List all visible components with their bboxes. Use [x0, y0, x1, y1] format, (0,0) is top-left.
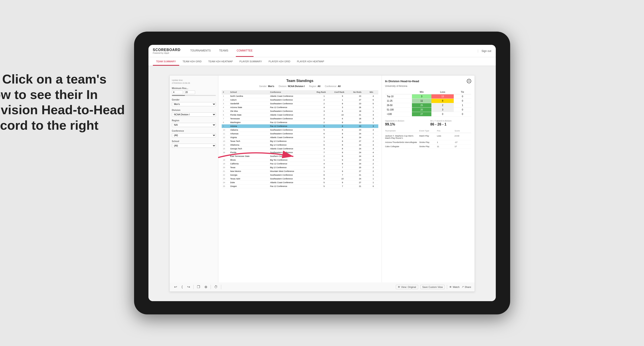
standings-row-10[interactable]: 11 Arkansas Southeastern Conference 6 8 … — [222, 132, 378, 136]
h2h-loss-top10: 13 — [432, 94, 454, 99]
cell-rank: 9 — [222, 124, 229, 128]
cell-rank: 10 — [222, 128, 229, 132]
save-custom-button[interactable]: Save Custom View — [420, 285, 445, 289]
stat-opponents: Opponents in division: 99.1% — [385, 120, 426, 126]
cell-win: 4 — [368, 151, 378, 155]
h2h-row-top10[interactable]: Top 10 3 13 0 — [385, 94, 471, 99]
cell-school: Ole Miss — [229, 109, 269, 113]
nav-tournaments[interactable]: TOURNAMENTS — [189, 45, 212, 57]
sub-nav-team-h2h-heatmap[interactable]: TEAM H2H HEATMAP — [205, 58, 236, 66]
cell-reg-rank: 5 — [315, 124, 333, 128]
cell-conference: Southeastern Conference — [269, 151, 315, 155]
wlt-label: W-L-T record in-division: — [430, 120, 471, 122]
standings-row-16[interactable]: 17 East Tennessee State Southern Confere… — [222, 155, 378, 158]
standings-row-7[interactable]: 8 Washington Pac-12 Conference 2 8 23 1 — [222, 121, 378, 124]
cell-school: Arizona — [229, 124, 269, 128]
cell-school: New Mexico — [229, 170, 269, 173]
h2h-col-loss: Loss — [432, 90, 454, 94]
standings-row-20[interactable]: 21 New Mexico Mountain West Conference 1… — [222, 170, 378, 173]
step-back-button[interactable]: ⟨ — [180, 284, 184, 289]
h2h-tie-1125: 0 — [454, 99, 471, 103]
cell-reg-rank: 6 — [315, 132, 333, 136]
copy-button[interactable]: ❐ — [196, 284, 201, 289]
standings-row-15[interactable]: 16 Florida Southeastern Conference 7 9 2… — [222, 151, 378, 155]
standings-row-6[interactable]: 7 Tennessee Southeastern Conference 4 6 … — [222, 117, 378, 121]
cell-reg-rank: 5 — [315, 184, 333, 188]
h2h-team-name: University of Arizona — [385, 85, 471, 87]
standings-row-4[interactable]: 5 Ole Miss Southeastern Conference 3 6 1… — [222, 109, 378, 113]
close-button[interactable]: ✕ — [467, 79, 471, 83]
standings-row-21[interactable]: 22 Georgia Southeastern Conference 8 7 2… — [222, 173, 378, 177]
watch-icon: 👁 — [449, 286, 452, 288]
col-no-rnds: No Rnds — [352, 90, 368, 94]
tournament-pos-0: Loss — [437, 135, 454, 139]
sub-nav-player-summary[interactable]: PLAYER SUMMARY — [236, 58, 265, 66]
cell-school: Texas A&M — [229, 177, 269, 181]
cell-no-rnds: 23 — [352, 121, 368, 124]
cell-no-rnds: 23 — [352, 102, 368, 106]
h2h-label-top10: Top 10 — [385, 94, 412, 99]
h2h-row-1125[interactable]: 11-25 11 8 0 — [385, 99, 471, 103]
standings-row-23[interactable]: 24 Duke Atlantic Coast Conference 5 9 27… — [222, 181, 378, 184]
sub-nav: TEAM SUMMARY TEAM H2H GRID TEAM H2H HEAT… — [148, 57, 496, 66]
cell-conf-rank: 6 — [333, 117, 352, 121]
tournament-row-0[interactable]: Jackson T. Stephens Cup Men's Match-Play… — [385, 134, 471, 140]
standings-row-9[interactable]: 10 Alabama Southeastern Conference 5 8 2… — [222, 128, 378, 132]
standings-row-8[interactable]: 9 Arizona Pac-12 Conference 5 8 23 3 — [222, 124, 378, 128]
sub-nav-player-h2h-grid[interactable]: PLAYER H2H GRID — [265, 58, 294, 66]
h2h-row-51100[interactable]: 51-100 20 3 0 — [385, 108, 471, 112]
min-rounds-input[interactable] — [172, 90, 183, 94]
share-button[interactable]: ↗ Share — [462, 285, 471, 288]
conference-select[interactable]: (All) ACC SEC — [172, 133, 216, 138]
cell-no-rnds: 24 — [352, 177, 368, 181]
h2h-win-2650: 25 — [412, 103, 432, 108]
cell-school: Arkansas — [229, 132, 269, 136]
sign-out[interactable]: Sign out — [478, 49, 491, 53]
watch-button[interactable]: 👁 Watch — [449, 286, 460, 288]
h2h-row-100plus[interactable]: >100 27 0 0 — [385, 112, 471, 116]
h2h-loss-1125: 8 — [432, 99, 454, 103]
standings-row-19[interactable]: 20 Texas Big 12 Conference 3 7 20 2 — [222, 166, 378, 170]
standings-row-1[interactable]: 2 Auburn Southeastern Conference 2 1 27 … — [222, 98, 378, 102]
cell-no-rnds: 24 — [352, 162, 368, 166]
school-select[interactable]: (All) — [172, 144, 216, 148]
region-select[interactable]: N/A All — [172, 123, 216, 127]
division-select[interactable]: NCAA Division I NCAA Division II — [172, 112, 216, 117]
standings-row-14[interactable]: 15 Georgia Tech Atlantic Coast Conferenc… — [222, 147, 378, 151]
tournament-row-1[interactable]: Arizona Thunderbirds Intercollegiate Str… — [385, 140, 471, 145]
standings-row-17[interactable]: 18 Illinois Big Ten Conference 1 9 23 3 — [222, 158, 378, 162]
cell-no-rnds: 21 — [352, 113, 368, 117]
bottom-toolbar: ↩ ⟨ ↪ ❐ ⊕ ⏱ 👁 View: Original — [170, 282, 474, 292]
standings-row-24[interactable]: 25 Oregon Pac-12 Conference 5 7 21 0 — [222, 184, 378, 188]
standings-row-2[interactable]: 3 Vanderbilt Southeastern Conference 2 8… — [222, 102, 378, 106]
standings-row-3[interactable]: 4 Arizona State Pac-12 Conference 4 3 26… — [222, 106, 378, 109]
standings-row-5[interactable]: 6 Florida State Atlantic Coast Conferenc… — [222, 113, 378, 117]
nav-committee[interactable]: COMMITTEE — [236, 45, 254, 57]
max-rounds-input[interactable] — [184, 90, 195, 94]
clock-button[interactable]: ⏱ — [213, 285, 219, 289]
paste-button[interactable]: ⊕ — [203, 284, 208, 289]
standings-row-11[interactable]: 12 Virginia Atlantic Coast Conference 3 … — [222, 136, 378, 139]
sub-nav-player-h2h-heatmap[interactable]: PLAYER H2H HEATMAP — [294, 58, 328, 66]
tournament-row-2[interactable]: Cabo Collegiate Stroke Play 11 17 — [385, 145, 471, 149]
gender-select[interactable]: Men's Women's — [172, 102, 216, 106]
view-original-button[interactable]: 👁 View: Original — [396, 285, 418, 289]
col-conference: Conference — [269, 90, 315, 94]
standings-row-13[interactable]: 14 Oklahoma Big 12 Conference 6 8 24 3 — [222, 143, 378, 147]
standings-row-18[interactable]: 19 California Pac-12 Conference 4 8 24 2 — [222, 162, 378, 166]
nav-teams[interactable]: TEAMS — [218, 45, 229, 57]
standings-row-12[interactable]: 13 Texas Tech Big 12 Conference 1 9 27 2 — [222, 139, 378, 143]
cell-win: 5 — [368, 102, 378, 106]
cell-school: Virginia — [229, 136, 269, 139]
standings-row-0[interactable]: 1 North Carolina Atlantic Coast Conferen… — [222, 94, 378, 98]
cell-conference: Atlantic Coast Conference — [269, 181, 315, 184]
h2h-loss-51100: 3 — [432, 108, 454, 112]
standings-row-22[interactable]: 23 Texas A&M Southeastern Conference 9 1… — [222, 177, 378, 181]
sub-nav-team-h2h-grid[interactable]: TEAM H2H GRID — [179, 58, 205, 66]
cell-conf-rank: 8 — [333, 128, 352, 132]
h2h-row-2650[interactable]: 26-50 25 2 1 — [385, 103, 471, 108]
sub-nav-team-summary[interactable]: TEAM SUMMARY — [153, 58, 180, 66]
undo-button[interactable]: ↩ — [173, 284, 178, 289]
redo-button[interactable]: ↪ — [186, 284, 191, 289]
cell-conf-rank: 9 — [333, 94, 352, 98]
